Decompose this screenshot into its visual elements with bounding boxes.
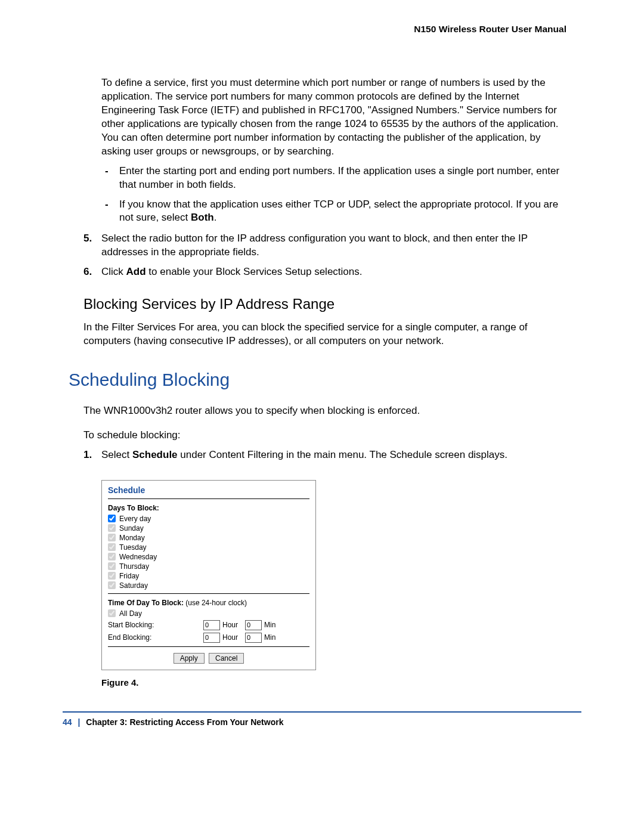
sched-step-a: Select — [101, 449, 132, 460]
days-to-block-label: Days To Block: — [108, 504, 309, 512]
cb-sunday-row: Sunday — [108, 524, 309, 532]
cb-tuesday-label: Tuesday — [119, 543, 147, 552]
panel-divider-3 — [108, 646, 309, 647]
main-p2: To schedule blocking: — [83, 429, 566, 442]
cb-all-day-label: All Day — [119, 609, 142, 618]
panel-divider — [108, 498, 309, 499]
schedule-panel: Schedule Days To Block: Every day Sunday… — [101, 480, 316, 670]
cb-thursday-label: Thursday — [119, 562, 149, 571]
bullet-1-text: Enter the starting port and ending port … — [119, 165, 559, 190]
intro-paragraph: To define a service, first you must dete… — [101, 76, 566, 159]
footer: 44 | Chapter 3: Restricting Access From … — [63, 717, 581, 727]
schedule-steps: 1. Select Schedule under Content Filteri… — [101, 448, 566, 462]
step-5-text: Select the radio button for the IP addre… — [101, 232, 566, 259]
cancel-button[interactable]: Cancel — [209, 653, 244, 664]
dash-icon: - — [105, 165, 109, 178]
footer-chapter: Chapter 3: Restricting Access From Your … — [86, 717, 283, 727]
cb-saturday-label: Saturday — [119, 581, 148, 590]
end-blocking-label: End Blocking: — [108, 633, 203, 642]
cb-friday-row: Friday — [108, 572, 309, 580]
cb-tuesday[interactable] — [108, 543, 116, 551]
cb-sunday-label: Sunday — [119, 524, 144, 532]
start-blocking-label: Start Blocking: — [108, 621, 203, 629]
sub1-paragraph: In the Filter Services For area, you can… — [83, 321, 566, 348]
schedule-panel-title: Schedule — [108, 485, 309, 495]
bullet-2-bold: Both — [191, 212, 214, 223]
cb-every-day-row: Every day — [108, 515, 309, 523]
cb-tuesday-row: Tuesday — [108, 543, 309, 552]
time-header-a: Time Of Day To Block: — [108, 599, 184, 607]
cb-monday[interactable] — [108, 534, 116, 541]
cb-sunday[interactable] — [108, 524, 116, 532]
cb-every-day[interactable] — [108, 515, 116, 522]
panel-divider-2 — [108, 593, 309, 594]
cb-friday-label: Friday — [119, 572, 139, 580]
figure-caption: Figure 4. — [101, 677, 566, 688]
subhead-blocking-ip: Blocking Services by IP Address Range — [83, 296, 566, 312]
sched-step-c: under Content Filtering in the main menu… — [178, 449, 507, 460]
min-unit-2: Min — [264, 633, 275, 642]
cb-thursday[interactable] — [108, 562, 116, 570]
page: N150 Wireless Router User Manual To defi… — [0, 0, 644, 833]
start-min-input[interactable] — [245, 620, 262, 630]
cb-all-day-row: All Day — [108, 609, 309, 618]
page-number: 44 — [63, 717, 72, 727]
step-6: 6. Click Add to enable your Block Servic… — [83, 265, 566, 279]
bullet-2: - If you know that the application uses … — [101, 198, 566, 225]
cb-monday-row: Monday — [108, 534, 309, 542]
start-hour-input[interactable] — [203, 620, 220, 630]
hour-unit-2: Hour — [222, 633, 238, 642]
mainhead-scheduling: Scheduling Blocking — [69, 370, 566, 390]
apply-button[interactable]: Apply — [174, 653, 205, 664]
step-6-bold: Add — [126, 266, 146, 277]
cb-all-day[interactable] — [108, 609, 116, 617]
schedule-step-1-text: Select Schedule under Content Filtering … — [101, 448, 566, 462]
bullet-2-text-a: If you know that the application uses ei… — [119, 199, 558, 224]
cb-thursday-row: Thursday — [108, 562, 309, 571]
step-5-num: 5. — [83, 232, 101, 259]
step-6-text-c: to enable your Block Services Setup sele… — [146, 266, 363, 277]
cb-every-day-label: Every day — [119, 515, 151, 523]
cb-wednesday-row: Wednesday — [108, 553, 309, 561]
cb-saturday-row: Saturday — [108, 581, 309, 590]
min-unit-1: Min — [264, 621, 275, 629]
start-blocking-row: Start Blocking: Hour Min — [108, 620, 309, 630]
cb-wednesday-label: Wednesday — [119, 553, 157, 561]
time-of-day-label: Time Of Day To Block: (use 24-hour clock… — [108, 599, 309, 607]
dash-list: - Enter the starting port and ending por… — [101, 165, 566, 225]
schedule-step-1: 1. Select Schedule under Content Filteri… — [83, 448, 566, 462]
hour-unit-1: Hour — [222, 621, 238, 629]
header-title: N150 Wireless Router User Manual — [63, 24, 566, 35]
cb-saturday[interactable] — [108, 581, 116, 589]
main-p1: The WNR1000v3h2 router allows you to spe… — [83, 404, 566, 418]
step-6-num: 6. — [83, 265, 101, 279]
step-5: 5. Select the radio button for the IP ad… — [83, 232, 566, 259]
schedule-step-1-num: 1. — [83, 448, 101, 462]
bullet-2-text-c: . — [214, 212, 217, 223]
numbered-list: 5. Select the radio button for the IP ad… — [101, 232, 566, 279]
footer-sep: | — [78, 717, 80, 727]
button-row: Apply Cancel — [108, 653, 309, 664]
cb-friday[interactable] — [108, 572, 116, 580]
cb-monday-label: Monday — [119, 534, 145, 542]
cb-wednesday[interactable] — [108, 553, 116, 561]
bullet-1: - Enter the starting port and ending por… — [101, 165, 566, 192]
end-blocking-row: End Blocking: Hour Min — [108, 633, 309, 643]
sched-step-bold: Schedule — [132, 449, 178, 460]
dash-icon: - — [105, 198, 109, 212]
time-header-note: (use 24-hour clock) — [184, 599, 247, 607]
end-hour-input[interactable] — [203, 633, 220, 643]
footer-rule — [63, 711, 581, 713]
body-column: To define a service, first you must dete… — [101, 76, 566, 688]
end-min-input[interactable] — [245, 633, 262, 643]
step-6-text: Click Add to enable your Block Services … — [101, 265, 566, 279]
step-6-text-a: Click — [101, 266, 126, 277]
